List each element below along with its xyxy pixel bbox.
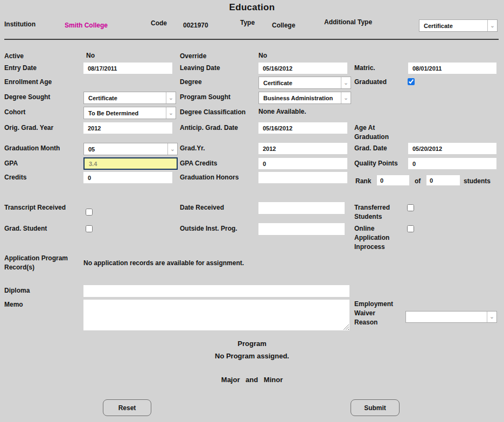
program-section-message: No Program assigned.	[0, 352, 504, 360]
override-value: No	[258, 52, 267, 59]
override-label: Override	[180, 52, 206, 61]
outside-inst-prog-label: Outside Inst. Prog.	[180, 224, 237, 233]
grad-student-checkbox[interactable]	[86, 225, 93, 232]
chevron-down-icon: ⌄	[341, 92, 351, 103]
active-value: No	[86, 52, 95, 59]
additional-type-value: Certificate	[419, 23, 487, 29]
transferred-students-checkbox[interactable]	[407, 204, 414, 211]
graduation-month-label: Graduation Month	[4, 144, 60, 153]
cohort-select[interactable]: To Be Determined ⌄	[83, 107, 176, 119]
graduation-honors-label: Graduation Honors	[180, 173, 239, 182]
entry-date-label: Entry Date	[4, 64, 37, 73]
grad-date-input[interactable]	[408, 143, 496, 154]
memo-label: Memo	[4, 300, 23, 309]
orig-grad-year-input[interactable]	[83, 122, 172, 134]
diploma-input[interactable]	[83, 285, 349, 297]
quality-points-input[interactable]	[408, 158, 496, 169]
institution-label: Institution	[4, 20, 36, 29]
degree-sought-value: Certificate	[84, 95, 166, 101]
matric-label: Matric.	[354, 64, 375, 73]
graduated-label: Graduated	[354, 78, 387, 87]
rank-of-input[interactable]	[426, 175, 460, 185]
chevron-down-icon: ⌄	[166, 107, 176, 119]
anticip-grad-date-input[interactable]	[258, 122, 347, 134]
transferred-students-label: Transferred Students	[354, 203, 408, 222]
gpa-credits-input[interactable]	[258, 158, 347, 169]
degree-sought-select[interactable]: Certificate ⌄	[83, 92, 176, 104]
cohort-value: To Be Determined	[84, 110, 166, 116]
major-and-minor-section-title: Major and Minor	[0, 376, 504, 384]
grad-date-label: Grad. Date	[354, 144, 387, 153]
education-form: Education Institution Smith College Code…	[0, 0, 504, 422]
credits-input[interactable]	[83, 172, 172, 183]
leaving-date-input[interactable]	[258, 63, 347, 74]
graduation-honors-input[interactable]	[258, 172, 347, 183]
degree-label: Degree	[180, 78, 202, 87]
date-received-input[interactable]	[258, 202, 345, 214]
rank-input[interactable]	[377, 175, 409, 185]
reset-button[interactable]: Reset	[103, 399, 151, 416]
online-application-checkbox[interactable]	[407, 225, 414, 232]
transcript-received-checkbox[interactable]	[86, 209, 93, 216]
outside-inst-prog-input[interactable]	[258, 223, 345, 235]
submit-button[interactable]: Submit	[351, 399, 400, 416]
gpa-input[interactable]	[83, 157, 178, 170]
grad-yr-input[interactable]	[258, 143, 347, 154]
graduation-month-value: 05	[84, 146, 167, 153]
institution-link[interactable]: Smith College	[65, 22, 108, 29]
additional-type-select[interactable]: Certificate ⌄	[419, 19, 498, 32]
online-application-inprocess-label: Online Application Inprocess	[354, 224, 403, 252]
type-value: College	[272, 22, 295, 29]
chevron-down-icon: ⌄	[167, 143, 177, 155]
quality-points-label: Quality Points	[354, 159, 398, 168]
credits-label: Credits	[4, 173, 26, 182]
graduated-checkbox[interactable]	[408, 78, 415, 85]
memo-textarea[interactable]	[83, 300, 349, 330]
diploma-label: Diploma	[4, 286, 30, 295]
grad-yr-label: Grad.Yr.	[180, 144, 205, 153]
active-label: Active	[4, 52, 24, 61]
chevron-down-icon: ⌄	[166, 92, 176, 103]
application-program-records-message: No application records are available for…	[83, 259, 244, 267]
grad-student-label: Grad. Student	[4, 224, 47, 233]
students-label: students	[464, 177, 491, 186]
program-sought-label: Program Sought	[180, 93, 230, 102]
page-title: Education	[0, 2, 504, 13]
chevron-down-icon: ⌄	[341, 77, 351, 88]
age-at-graduation-label: Age At Graduation	[354, 123, 397, 142]
type-label: Type	[240, 18, 255, 27]
rank-of-label: of	[415, 177, 421, 186]
orig-grad-year-label: Orig. Grad. Year	[4, 123, 53, 133]
program-section-title: Program	[0, 340, 504, 348]
application-program-records-label: Application Program Record(s)	[4, 254, 80, 272]
graduation-month-select[interactable]: 05 ⌄	[83, 143, 178, 155]
cohort-label: Cohort	[4, 108, 25, 117]
anticip-grad-date-label: Anticip. Grad. Date	[180, 123, 238, 133]
degree-classification-value: None Available.	[258, 108, 306, 115]
code-label: Code	[151, 19, 167, 28]
degree-sought-label: Degree Sought	[4, 93, 50, 102]
date-received-label: Date Received	[180, 203, 224, 212]
gpa-label: GPA	[4, 159, 18, 168]
degree-value: Certificate	[259, 80, 341, 86]
employment-waiver-reason-label: Employment Waiver Reason	[354, 300, 397, 327]
gpa-credits-label: GPA Credits	[180, 159, 217, 168]
degree-classification-label: Degree Classification	[180, 108, 246, 117]
enrollment-age-label: Enrollment Age	[4, 78, 52, 87]
program-sought-select[interactable]: Business Administration ⌄	[258, 92, 351, 104]
divider	[4, 39, 499, 40]
transcript-received-label: Transcript Received	[4, 203, 66, 212]
entry-date-input[interactable]	[83, 63, 172, 74]
matric-input[interactable]	[408, 63, 496, 74]
chevron-down-icon: ⌄	[487, 312, 496, 322]
leaving-date-label: Leaving Date	[180, 64, 220, 73]
rank-label: Rank	[355, 177, 371, 186]
additional-type-label: Additional Type	[324, 18, 372, 27]
degree-select[interactable]: Certificate ⌄	[258, 77, 351, 89]
employment-waiver-reason-select[interactable]: ⌄	[405, 311, 497, 323]
code-value: 0021970	[183, 22, 208, 29]
program-sought-value: Business Administration	[259, 95, 341, 101]
chevron-down-icon: ⌄	[487, 20, 497, 31]
